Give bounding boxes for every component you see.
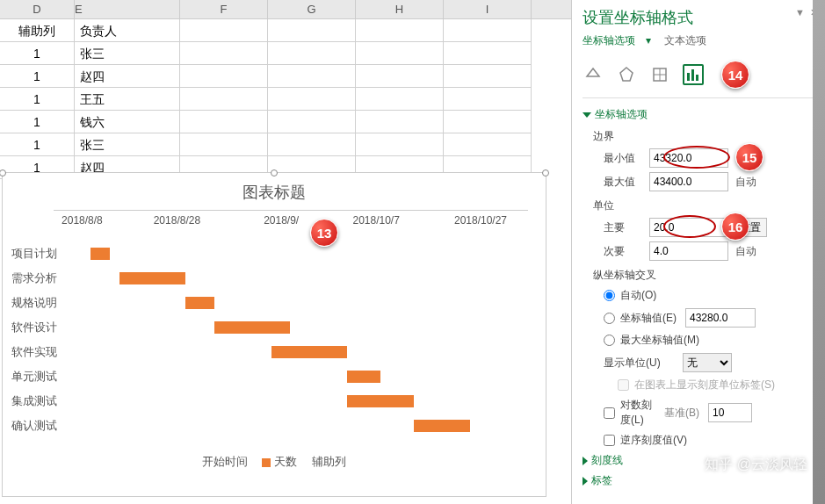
gantt-row: 需求分析 (11, 266, 537, 291)
cross-value-radio[interactable] (604, 313, 615, 324)
reverse-order-check[interactable] (604, 435, 615, 446)
svg-rect-2 (687, 73, 690, 81)
max-input[interactable] (649, 172, 728, 191)
gantt-bar[interactable] (271, 346, 347, 358)
gantt-row: 软件设计 (11, 315, 537, 340)
gantt-bar[interactable] (90, 248, 110, 260)
log-base-input[interactable] (708, 403, 752, 422)
spreadsheet-grid[interactable]: D E F G H I 辅助列 负责人 1张三1赵四1王五1钱六1张三1赵四 (0, 0, 571, 179)
section-tickmarks[interactable]: 刻度线 (583, 453, 814, 468)
task-label: 需求分析 (11, 270, 62, 286)
callout-15: 15 (735, 143, 763, 171)
gantt-bar[interactable] (185, 297, 213, 309)
cross-max-radio[interactable] (604, 335, 615, 346)
table-row: 1赵四 (0, 65, 571, 88)
gantt-row: 规格说明 (11, 291, 537, 315)
task-label: 规格说明 (11, 295, 62, 311)
gantt-row: 单元测试 (11, 364, 537, 389)
gantt-row: 确认测试 (11, 414, 537, 438)
display-unit-select[interactable]: 无 (683, 353, 732, 372)
reset-button[interactable]: 重置 (734, 218, 767, 237)
table-row: 1张三 (0, 42, 571, 65)
gantt-bar[interactable] (414, 420, 471, 432)
axis-tick: 2018/8/8 (62, 214, 103, 227)
table-row: 1张三 (0, 133, 571, 156)
table-row: 1钱六 (0, 111, 571, 133)
header-row: 辅助列 负责人 (0, 19, 571, 42)
section-labels[interactable]: 标签 (583, 473, 814, 488)
col-G[interactable]: G (268, 0, 356, 18)
axis-tick: 2018/8/28 (154, 214, 200, 227)
col-I[interactable]: I (444, 0, 532, 18)
task-label: 确认测试 (11, 418, 62, 434)
gantt-bar[interactable] (214, 321, 290, 334)
callout-14: 14 (721, 61, 749, 89)
format-axis-pane: ▼ ✕ 设置坐标轴格式 坐标轴选项▾ 文本选项 14 坐标轴选项 边界 最小值 … (571, 0, 825, 504)
log-scale-check[interactable] (604, 407, 615, 419)
task-label: 软件设计 (11, 320, 62, 335)
gantt-plot: 项目计划需求分析规格说明软件设计软件实现单元测试集成测试确认测试 (11, 241, 537, 438)
show-unit-label-check (618, 379, 629, 391)
svg-rect-4 (696, 75, 698, 81)
col-F[interactable]: F (180, 0, 268, 18)
gantt-bar[interactable] (347, 371, 380, 383)
gantt-bar[interactable] (347, 395, 414, 407)
gantt-row: 集成测试 (11, 389, 537, 414)
column-headers: D E F G H I (0, 0, 571, 19)
axis-tick: 2018/10/27 (454, 214, 507, 227)
svg-marker-0 (620, 68, 633, 81)
effects-icon[interactable] (616, 64, 637, 85)
task-label: 单元测试 (11, 369, 62, 385)
tab-axis-options[interactable]: 坐标轴选项 (583, 34, 635, 47)
fill-icon[interactable] (583, 64, 604, 85)
tab-text-options[interactable]: 文本选项 (664, 34, 706, 47)
axis-options-icon[interactable] (683, 64, 704, 85)
cross-value-input[interactable] (685, 308, 756, 328)
cross-auto-radio[interactable] (604, 290, 615, 301)
resize-handle[interactable] (271, 169, 278, 176)
task-label: 软件实现 (11, 344, 62, 360)
resize-handle[interactable] (542, 169, 549, 176)
hdr-E[interactable]: 负责人 (75, 19, 180, 42)
col-D[interactable]: D (0, 0, 75, 18)
chart-title[interactable]: 图表标题 (3, 173, 546, 210)
major-input[interactable] (649, 218, 728, 237)
category-icons: 14 (583, 61, 814, 89)
axis-tick: 2018/9/ (264, 214, 299, 227)
axis-tick: 2018/10/7 (352, 214, 399, 227)
gantt-row: 软件实现 (11, 340, 537, 364)
chart-container[interactable]: 图表标题 2018/8/82018/8/282018/9/2018/10/720… (2, 172, 546, 497)
bounds-label: 边界 (593, 129, 814, 144)
svg-rect-3 (691, 69, 694, 81)
legend-swatch (262, 458, 271, 467)
section-axis-options[interactable]: 坐标轴选项 (583, 107, 814, 122)
table-row: 1王五 (0, 88, 571, 111)
pane-title: 设置坐标轴格式 (583, 7, 814, 28)
legend[interactable]: 开始时间 天数 辅助列 (3, 454, 546, 470)
min-input[interactable] (649, 148, 728, 168)
size-icon[interactable] (649, 64, 670, 85)
gantt-row: 项目计划 (11, 241, 537, 266)
units-label: 单位 (593, 198, 814, 213)
minor-input[interactable] (649, 241, 728, 261)
task-label: 集成测试 (11, 393, 62, 409)
x-axis[interactable]: 2018/8/82018/8/282018/9/2018/10/72018/10… (54, 210, 528, 233)
hdr-D[interactable]: 辅助列 (0, 19, 75, 42)
worksheet-area: D E F G H I 辅助列 负责人 1张三1赵四1王五1钱六1张三1赵四 图… (0, 0, 571, 504)
task-label: 项目计划 (11, 246, 62, 262)
gantt-bar[interactable] (119, 272, 186, 284)
window-edge (813, 0, 825, 504)
col-H[interactable]: H (356, 0, 444, 18)
col-E[interactable]: E (75, 0, 180, 18)
